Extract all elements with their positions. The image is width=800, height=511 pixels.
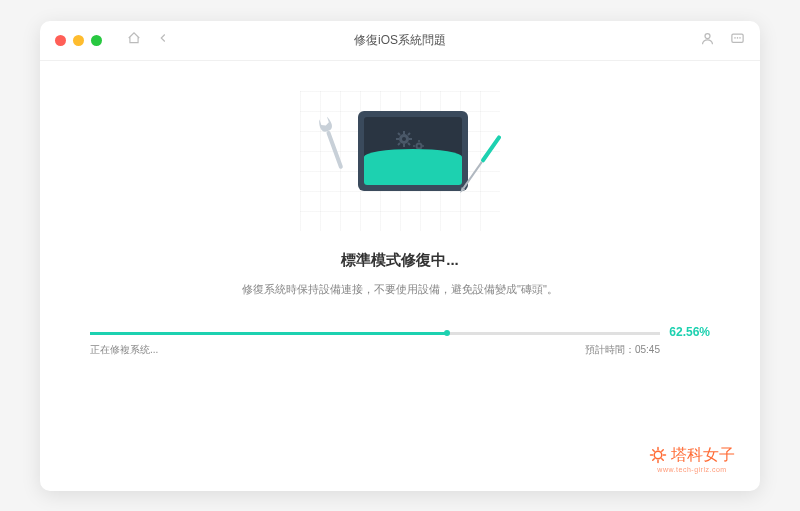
svg-point-4: [402, 137, 406, 141]
traffic-lights: [55, 35, 102, 46]
watermark: 塔科女子 www.tech-girlz.com: [649, 445, 735, 473]
right-icons: [700, 31, 745, 50]
status-subtext: 修復系統時保持設備連接，不要使用設備，避免設備變成"磚頭"。: [242, 282, 558, 297]
chat-icon[interactable]: [730, 31, 745, 50]
home-icon[interactable]: [127, 31, 141, 49]
sun-icon: [649, 446, 667, 464]
main-content: 標準模式修復中... 修復系統時保持設備連接，不要使用設備，避免設備變成"磚頭"…: [40, 61, 760, 357]
repair-illustration: [300, 91, 500, 231]
watermark-url: www.tech-girlz.com: [657, 466, 726, 473]
progress-labels: 正在修複系统... 預計時間：05:45: [90, 343, 660, 357]
svg-rect-2: [326, 130, 343, 169]
svg-point-6: [418, 144, 421, 147]
progress-eta: 預計時間：05:45: [585, 343, 660, 357]
tablet-device: [358, 111, 468, 191]
progress-status: 正在修複系统...: [90, 343, 158, 357]
status-heading: 標準模式修復中...: [341, 251, 459, 270]
maximize-button[interactable]: [91, 35, 102, 46]
progress-percent: 62.56%: [669, 325, 710, 339]
svg-point-0: [705, 33, 710, 38]
titlebar: 修復iOS系統問題: [40, 21, 760, 61]
nav-icons: [127, 31, 170, 49]
watermark-brand: 塔科女子: [649, 445, 735, 466]
minimize-button[interactable]: [73, 35, 84, 46]
progress-bar: [90, 332, 660, 335]
progress-fill: [90, 332, 447, 335]
back-icon[interactable]: [156, 31, 170, 49]
svg-point-9: [654, 451, 662, 459]
app-window: 修復iOS系統問題: [40, 21, 760, 491]
user-icon[interactable]: [700, 31, 715, 50]
window-title: 修復iOS系統問題: [354, 32, 446, 49]
progress-container: 62.56% 正在修複系统... 預計時間：05:45: [90, 332, 710, 357]
close-button[interactable]: [55, 35, 66, 46]
